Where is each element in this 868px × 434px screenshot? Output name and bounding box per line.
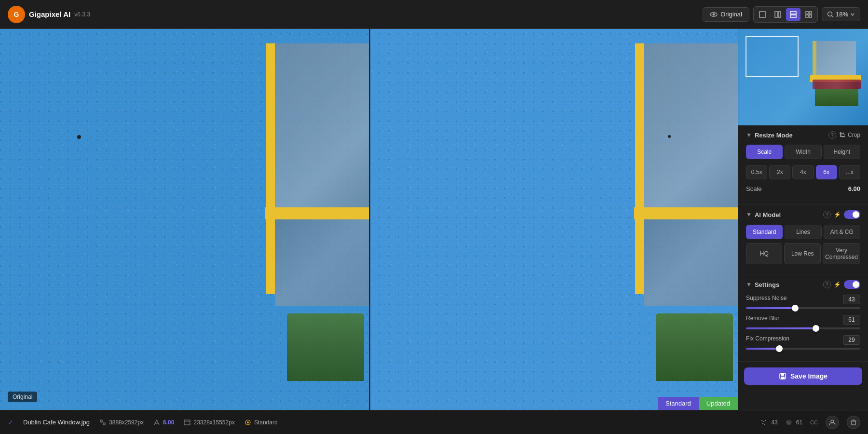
art-cg-model-btn[interactable]: Art & CG	[824, 225, 860, 239]
main-content: Original	[0, 29, 868, 410]
ai-model-buttons-row1: Standard Lines Art & CG	[746, 225, 860, 239]
view-grid-btn[interactable]	[801, 8, 816, 21]
scale-text: Scale	[746, 185, 762, 192]
status-model-item: Standard	[244, 419, 278, 426]
resize-mode-title: Resize Mode	[755, 132, 826, 139]
trash-icon	[850, 419, 857, 426]
svg-point-35	[788, 422, 789, 423]
status-original-res: 3888x2592px	[99, 419, 144, 426]
view-single-btn[interactable]	[755, 8, 770, 21]
width-mode-btn[interactable]: Width	[785, 145, 821, 159]
settings-chevron-icon: ▼	[746, 281, 752, 288]
very-compressed-model-btn[interactable]: Very Compressed	[823, 243, 860, 264]
status-filename: Dublin Cafe Window.jpg	[23, 419, 90, 426]
hq-model-btn[interactable]: HQ	[746, 243, 782, 264]
fix-compression-thumb[interactable]	[776, 345, 783, 352]
low-res-model-btn[interactable]: Low Res	[784, 243, 820, 264]
suppress-noise-header: Suppress Noise 43	[746, 295, 860, 304]
zoom-icon	[827, 11, 834, 18]
resize-chevron-icon: ▼	[746, 132, 752, 138]
crop-button[interactable]: Crop	[839, 132, 860, 138]
remove-blur-thumb[interactable]	[813, 325, 819, 332]
top-bar-controls: Original	[703, 6, 860, 23]
zoom-value: 18%	[836, 11, 848, 18]
svg-point-3	[713, 13, 715, 15]
svg-rect-18	[781, 377, 785, 379]
standard-model-btn[interactable]: Standard	[746, 225, 783, 239]
status-bar: ✓ Dublin Cafe Window.jpg 3888x2592px 6.0…	[0, 410, 868, 434]
height-mode-btn[interactable]: Height	[824, 145, 860, 159]
view-toggle-group	[753, 6, 818, 23]
window-area-right	[617, 29, 738, 410]
svg-rect-37	[852, 421, 855, 425]
settings-toggle-switch[interactable]	[844, 280, 860, 289]
image-area[interactable]: Original	[0, 29, 738, 410]
svg-rect-28	[761, 420, 762, 421]
resize-mode-help[interactable]: ?	[828, 131, 836, 139]
wall-detail-1	[77, 135, 81, 139]
suppress-noise-row: Suppress Noise 43	[746, 295, 860, 309]
thumb-window-glass	[813, 41, 856, 75]
settings-help[interactable]: ?	[823, 281, 831, 288]
thumb-flowers	[813, 80, 861, 89]
svg-rect-12	[809, 15, 812, 17]
remove-blur-track[interactable]	[746, 327, 860, 329]
comparison-bar: Standard Updated	[658, 397, 738, 410]
help-text: ?	[831, 133, 834, 138]
ai-model-toggle: ⚡	[834, 210, 860, 219]
status-right: 43 61 CC	[760, 416, 860, 429]
view-split-v-icon	[774, 11, 782, 18]
scale-4x-btn[interactable]: 4x	[792, 165, 814, 179]
model-icon	[244, 419, 251, 426]
status-noise: 43	[760, 419, 777, 426]
fix-compression-value: 29	[843, 335, 860, 345]
save-label: Save Image	[790, 372, 827, 380]
window-yellow-border	[266, 43, 275, 294]
settings-title: Settings	[755, 281, 820, 288]
status-cc-label: CC	[810, 420, 818, 425]
status-output-res-value: 23328x15552px	[193, 419, 234, 426]
fix-compression-track[interactable]	[746, 348, 860, 350]
plants-right	[656, 313, 733, 381]
remove-blur-header: Remove Blur 61	[746, 315, 860, 325]
status-user-btn[interactable]	[826, 416, 839, 429]
left-panel: Original	[0, 29, 369, 410]
wall-detail-2	[668, 135, 671, 138]
original-button[interactable]: Original	[703, 7, 749, 22]
suppress-noise-thumb[interactable]	[792, 305, 799, 312]
status-blur: 61	[786, 419, 802, 426]
window-lower-left	[275, 219, 369, 306]
view-split-v-btn[interactable]	[771, 8, 785, 21]
resize-mode-header: ▼ Resize Mode ? Crop	[746, 131, 860, 139]
scale-2x-btn[interactable]: 2x	[769, 165, 790, 179]
status-scale: 6.00	[153, 419, 174, 426]
standard-label: Standard	[658, 397, 699, 410]
remove-blur-label: Remove Blur	[746, 315, 779, 325]
svg-rect-8	[790, 15, 796, 17]
svg-line-14	[831, 15, 833, 17]
noise-icon	[760, 419, 767, 426]
save-image-button[interactable]: Save Image	[744, 367, 862, 385]
ai-model-help[interactable]: ?	[823, 211, 831, 218]
scale-custom-btn[interactable]: ...x	[839, 165, 860, 179]
status-check-icon: ✓	[8, 419, 14, 426]
eye-icon	[710, 11, 718, 18]
save-icon	[779, 372, 787, 380]
output-res-icon	[184, 419, 190, 426]
scale-mode-btn[interactable]: Scale	[746, 145, 783, 159]
status-trash-btn[interactable]	[847, 416, 860, 429]
window-sill-left	[265, 207, 369, 219]
ai-model-toggle-switch[interactable]	[844, 210, 860, 219]
status-blur-value: 61	[796, 419, 802, 426]
logo-area: G Gigapixel AI v6.3.3	[8, 6, 90, 23]
suppress-noise-track[interactable]	[746, 307, 860, 309]
zoom-control[interactable]: 18%	[822, 7, 860, 21]
lines-model-btn[interactable]: Lines	[785, 225, 821, 239]
view-split-h-btn[interactable]	[786, 8, 800, 21]
thumbnail-bg	[738, 29, 868, 125]
scale-6x-btn[interactable]: 6x	[816, 165, 837, 179]
svg-text:G: G	[14, 11, 19, 18]
app-logo-icon: G	[8, 6, 25, 23]
right-panel-image: Standard Updated	[369, 29, 738, 410]
scale-0-5x-btn[interactable]: 0.5x	[746, 165, 767, 179]
